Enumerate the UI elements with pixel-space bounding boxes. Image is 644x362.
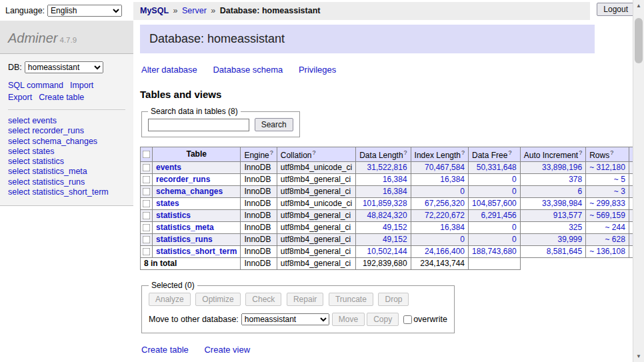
data-free-link[interactable]: 50,331,648 [477, 163, 517, 172]
row-checkbox[interactable] [143, 236, 151, 244]
data-length-link[interactable]: 16,384 [383, 187, 407, 196]
row-checkbox[interactable] [143, 188, 151, 196]
logout-button[interactable]: Logout [597, 3, 635, 16]
sidebar-select-link[interactable]: select recorder_runs [8, 126, 125, 136]
data-length-link[interactable]: 49,152 [383, 235, 407, 244]
import-link[interactable]: Import [70, 81, 93, 90]
row-checkbox[interactable] [143, 224, 151, 232]
index-length-link[interactable]: 16,384 [440, 175, 465, 184]
row-checkbox[interactable] [143, 164, 151, 172]
data-free-link[interactable]: 0 [512, 235, 517, 244]
table-header-row: Table Engine? Collation? Data Length? In… [141, 147, 644, 162]
auto-increment-link[interactable]: 39,999 [557, 235, 582, 244]
index-length-link[interactable]: 72,220,672 [425, 211, 465, 220]
data-length-link[interactable]: 48,824,320 [367, 211, 407, 220]
data-free-link[interactable]: 0 [512, 187, 517, 196]
auto-increment-link[interactable]: 6 [577, 187, 582, 196]
index-length-link[interactable]: 70,467,584 [425, 163, 465, 172]
database-schema-link[interactable]: Database schema [213, 65, 283, 75]
index-length-link[interactable]: 0 [460, 187, 465, 196]
breadcrumb-mysql-link[interactable]: MySQL [140, 6, 169, 15]
auto-increment-link[interactable]: 378 [569, 175, 582, 184]
data-length-link[interactable]: 49,152 [383, 223, 407, 232]
data-length-cell: 101,859,328 [356, 198, 411, 210]
table-name-link[interactable]: statistics_meta [156, 223, 214, 232]
row-checkbox[interactable] [143, 248, 151, 256]
create-table-sidebar-link[interactable]: Create table [39, 93, 84, 102]
row-checkbox[interactable] [143, 176, 151, 184]
db-select[interactable]: homeassistant [25, 61, 103, 73]
optimize-button[interactable]: Optimize [195, 293, 240, 306]
privileges-link[interactable]: Privileges [299, 65, 336, 75]
table-name-link[interactable]: statistics_short_term [156, 247, 237, 256]
table-name-link[interactable]: recorder_runs [156, 175, 210, 184]
table-name-link[interactable]: events [156, 163, 181, 172]
scroll-up-icon[interactable]: ▲ [633, 0, 644, 11]
rows-link[interactable]: ~ 5 [614, 175, 625, 184]
select-all-checkbox[interactable] [143, 151, 151, 159]
index-length-link[interactable]: 0 [460, 235, 465, 244]
data-free-link[interactable]: 6,291,456 [481, 211, 516, 220]
auto-increment-cell: 33,398,984 [520, 198, 585, 210]
overwrite-checkbox[interactable] [403, 315, 412, 324]
auto-increment-link[interactable]: 8,581,645 [547, 247, 582, 256]
move-button[interactable]: Move [332, 313, 365, 326]
data-free-link[interactable]: 0 [512, 175, 517, 184]
sidebar-select-link[interactable]: select statistics_meta [8, 167, 125, 177]
auto-increment-link[interactable]: 913,577 [553, 211, 582, 220]
row-checkbox[interactable] [143, 212, 151, 220]
sidebar-select-link[interactable]: select events [8, 116, 125, 126]
data-free-link[interactable]: 188,743,680 [472, 247, 517, 256]
copy-button[interactable]: Copy [367, 313, 399, 326]
vertical-scrollbar[interactable]: ▲ ▼ [633, 0, 644, 362]
data-free-link[interactable]: 0 [512, 223, 517, 232]
index-length-link[interactable]: 67,256,320 [425, 199, 465, 208]
rows-link[interactable]: ~ 299,833 [589, 199, 625, 208]
table-name-link[interactable]: states [156, 199, 179, 208]
scroll-down-icon[interactable]: ▼ [633, 351, 644, 362]
data-length-link[interactable]: 31,522,816 [367, 163, 407, 172]
data-length-link[interactable]: 16,384 [383, 175, 407, 184]
search-input[interactable] [148, 119, 249, 131]
check-button[interactable]: Check [245, 293, 281, 306]
rows-link[interactable]: ~ 3 [614, 187, 625, 196]
create-table-link[interactable]: Create table [141, 345, 189, 355]
auto-increment-link[interactable]: 33,398,984 [542, 199, 582, 208]
index-length-link[interactable]: 24,166,400 [425, 247, 465, 256]
create-view-link[interactable]: Create view [204, 345, 250, 355]
scrollbar-thumb[interactable] [635, 18, 643, 63]
table-name-cell: events [153, 162, 241, 174]
table-name-link[interactable]: statistics [156, 211, 191, 220]
data-length-link[interactable]: 101,859,328 [363, 199, 407, 208]
rows-link[interactable]: ~ 628 [605, 235, 625, 244]
alter-database-link[interactable]: Alter database [141, 65, 197, 75]
sidebar-select-link[interactable]: select schema_changes [8, 137, 125, 147]
search-button[interactable]: Search [255, 118, 293, 131]
table-name-link[interactable]: schema_changes [156, 187, 223, 196]
repair-button[interactable]: Repair [287, 293, 323, 306]
sidebar-select-link[interactable]: select statistics_runs [8, 177, 125, 187]
col-header-collation: Collation? [277, 147, 355, 162]
drop-button[interactable]: Drop [378, 293, 409, 306]
index-length-link[interactable]: 16,384 [440, 223, 465, 232]
data-free-link[interactable]: 104,857,600 [472, 199, 517, 208]
rows-link[interactable]: ~ 312,180 [589, 163, 625, 172]
breadcrumb-server-link[interactable]: Server [182, 6, 207, 15]
truncate-button[interactable]: Truncate [329, 293, 373, 306]
sidebar-select-link[interactable]: select statistics_short_term [8, 187, 125, 197]
auto-increment-link[interactable]: 33,898,196 [542, 163, 582, 172]
row-checkbox[interactable] [143, 200, 151, 208]
sql-command-link[interactable]: SQL command [8, 81, 63, 90]
move-db-select[interactable]: homeassistant [241, 313, 329, 325]
sidebar-select-link[interactable]: select statistics [8, 157, 125, 167]
sidebar-select-link[interactable]: select states [8, 147, 125, 157]
auto-increment-link[interactable]: 325 [569, 223, 582, 232]
rows-link[interactable]: ~ 136,108 [589, 247, 625, 256]
rows-link[interactable]: ~ 244 [605, 223, 625, 232]
data-length-link[interactable]: 10,502,144 [367, 247, 407, 256]
analyze-button[interactable]: Analyze [149, 293, 191, 306]
rows-link[interactable]: ~ 569,159 [589, 211, 625, 220]
export-link[interactable]: Export [8, 93, 32, 102]
language-select[interactable]: English [47, 5, 122, 17]
table-name-link[interactable]: statistics_runs [156, 235, 213, 244]
